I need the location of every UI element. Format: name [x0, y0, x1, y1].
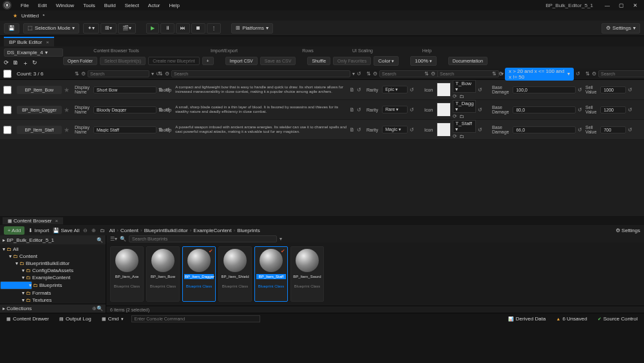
plus-button[interactable]: + — [202, 57, 214, 65]
asset-card[interactable]: ✔BP_Item_StaffBlueprint Class — [254, 246, 288, 302]
menu-tools[interactable]: Tools — [79, 1, 99, 10]
asset-card[interactable]: BP_Item_SwordBlueprint Class — [290, 246, 324, 302]
icon-thumb[interactable] — [437, 103, 451, 117]
content-drawer-button[interactable]: ▦ Content Drawer — [4, 315, 52, 323]
sync-icon[interactable]: ⟳ — [4, 59, 9, 68]
save-csv-button[interactable]: Save as CSV — [260, 57, 296, 65]
favorites-button[interactable]: Only Favorites — [333, 57, 371, 65]
breadcrumb[interactable]: All›Content›BlueprintBulkEditor›ExampleC… — [109, 228, 260, 233]
skip-button[interactable]: ⏭ — [176, 23, 190, 34]
eject-button[interactable]: ⋮ — [207, 23, 221, 34]
platforms-dropdown[interactable]: ⊞ Platforms ▾ — [231, 23, 273, 34]
value-input[interactable] — [600, 106, 626, 113]
damage-input[interactable] — [513, 126, 576, 133]
settings-dropdown[interactable]: ⚙ Settings ▾ — [601, 23, 640, 34]
add-icon[interactable]: ＋ — [23, 59, 28, 68]
datasource-dropdown[interactable]: DS_Example_4▾ — [4, 48, 63, 57]
rarity-select[interactable]: Epic ▾ — [382, 86, 408, 93]
menu-actor[interactable]: Actor — [144, 1, 164, 10]
play-button[interactable]: ▶ — [146, 23, 159, 34]
menu-select[interactable]: Select — [121, 1, 143, 10]
folder-icon[interactable]: 🗀 — [100, 228, 105, 233]
asset-card[interactable]: BP_Item_BowBlueprint Class — [146, 246, 180, 302]
search-icon[interactable]: 🔍 — [120, 236, 126, 242]
tree-node[interactable]: ▾🗀BlueprintBulkEditor — [0, 260, 106, 267]
scale-dropdown[interactable]: 100% ▾ — [410, 56, 436, 66]
unsaved-button[interactable]: ▲ 6 Unsaved — [553, 315, 589, 323]
filter-pill[interactable]: x > 20 and x <= 100 and x != 50▾ — [505, 68, 574, 81]
display-name-input[interactable] — [93, 126, 156, 133]
cinematics-button[interactable]: 🎬▾ — [118, 23, 136, 34]
asset-card[interactable]: BP_Item_AxeBlueprint Class — [110, 246, 144, 302]
tree-node[interactable]: ▾🗀All — [0, 246, 106, 253]
console-input[interactable] — [131, 315, 260, 322]
bp-name[interactable]: BP_Item_Staff — [17, 126, 62, 134]
tree-node[interactable]: ▾🗀ConfigDataAssets — [0, 267, 106, 274]
tooltip-text[interactable]: A powerful weapon imbued with ancient ar… — [175, 125, 348, 134]
filter-icon[interactable]: ⚙ — [81, 71, 86, 77]
row-checkbox[interactable] — [3, 126, 12, 134]
pause-button[interactable]: ⏸ — [160, 23, 175, 34]
menu-build[interactable]: Build — [100, 1, 120, 10]
add-content-button[interactable]: ✦▾ — [83, 23, 99, 34]
open-folder-button[interactable]: Open Folder — [63, 57, 97, 65]
icon-thumb[interactable] — [437, 123, 451, 137]
tooltip-text[interactable]: A compact and lightweight bow that is ea… — [175, 85, 348, 94]
search-value[interactable] — [598, 70, 644, 77]
collections-header[interactable]: ▸ Collections — [3, 306, 32, 311]
copy-icon[interactable]: 🗎 — [13, 59, 19, 68]
search-displayname[interactable] — [88, 70, 149, 77]
search-tooltip[interactable] — [171, 70, 350, 77]
cmd-dropdown[interactable]: ▦ Cmd ▾ — [99, 315, 126, 323]
icon-select[interactable]: T_Dagg ▾ — [453, 100, 476, 113]
derived-data-button[interactable]: 📊 Derived Data — [506, 315, 549, 323]
import-csv-button[interactable]: Import CSV — [225, 57, 258, 65]
tree-node[interactable]: ▾🗀Textures — [0, 297, 106, 304]
favorite-icon[interactable]: ★ — [64, 106, 70, 113]
tree-node[interactable]: ▾🗀Blueprints — [0, 281, 32, 289]
close-tab-icon[interactable]: × — [46, 39, 49, 45]
shuffle-button[interactable]: Shuffle — [307, 57, 330, 65]
history-back-icon[interactable]: ⊖ — [83, 228, 88, 233]
tree-node[interactable]: ▾🗀Content — [0, 253, 106, 260]
sort-icon[interactable]: ⇅ — [75, 71, 79, 77]
tree-node[interactable]: ▾🗀Formats — [0, 289, 106, 297]
create-bp-button[interactable]: Create new Blueprint — [148, 57, 199, 65]
favorite-icon[interactable]: ★ — [64, 86, 70, 93]
output-log-button[interactable]: ▤ Output Log — [57, 315, 94, 323]
import-button[interactable]: ⬇ Import — [28, 228, 49, 233]
filter-icon[interactable]: ☰▾ — [110, 236, 117, 242]
save-button[interactable]: 💾 — [4, 23, 19, 34]
display-name-input[interactable] — [93, 106, 156, 113]
rarity-select[interactable]: Rare ▾ — [382, 106, 408, 113]
tooltip-text[interactable]: A small, sharp blade coated in a thin la… — [175, 105, 348, 114]
icon-select[interactable]: T_Bow ▾ — [453, 80, 476, 93]
add-button[interactable]: + Add — [4, 226, 24, 235]
icon-thumb[interactable] — [437, 83, 451, 97]
mode-dropdown[interactable]: ⬚Selection Mode▾ — [23, 23, 79, 34]
search-icon[interactable]: 🔍 — [97, 237, 103, 243]
display-name-input[interactable] — [93, 86, 156, 93]
row-checkbox[interactable] — [3, 86, 12, 94]
history-fwd-icon[interactable]: ⊕ — [91, 228, 96, 233]
row-checkbox[interactable] — [3, 106, 12, 114]
select-bp-button[interactable]: Select Blueprint(s) — [100, 57, 146, 65]
tree-node[interactable]: ▾🗀ExampleContent — [0, 274, 106, 281]
value-input[interactable] — [600, 126, 626, 133]
sort-icon[interactable]: ⇅ — [158, 71, 163, 77]
select-all-checkbox[interactable] — [3, 70, 12, 78]
asset-card[interactable]: BP_Item_ShieldBlueprint Class — [218, 246, 252, 302]
value-input[interactable] — [600, 86, 626, 93]
asset-search[interactable] — [129, 235, 277, 242]
close-tab-icon[interactable]: × — [55, 218, 59, 224]
bp-name[interactable]: BP_Item_Dagger — [17, 106, 62, 114]
tab-content-browser[interactable]: ▦ Content Browser× — [3, 217, 63, 224]
bp-name[interactable]: BP_Item_Bow — [17, 86, 62, 94]
maximize-icon[interactable]: ▢ — [615, 1, 628, 10]
close-icon[interactable]: ✕ — [629, 1, 641, 10]
marketplace-button[interactable]: ⊞▾ — [100, 23, 117, 34]
favorite-icon[interactable]: ★ — [64, 126, 70, 133]
menu-window[interactable]: Window — [52, 1, 78, 10]
menu-help[interactable]: Help — [166, 1, 184, 10]
tab-bp-bulk-editor[interactable]: BP Bulk Editor× — [4, 37, 54, 46]
